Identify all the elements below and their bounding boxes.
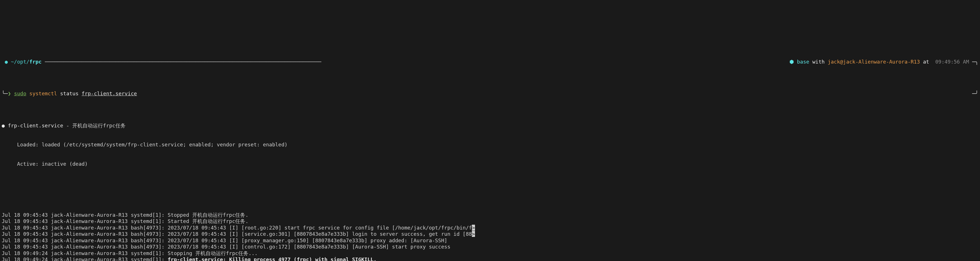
log-host: jack-Alienware-Aurora-R13: [51, 225, 127, 231]
status-description: 开机自动运行frpc任务: [72, 123, 125, 129]
log-process: systemd[1]:: [131, 250, 164, 256]
status-unit-line: ● frp-client.service - 开机自动运行frpc任务: [2, 123, 978, 129]
log-process: bash[4973]:: [131, 244, 164, 250]
corner-right-icon: ─╮: [972, 59, 978, 65]
bullet-icon: ●: [2, 123, 5, 129]
log-process: bash[4973]:: [131, 231, 164, 237]
loaded-value: loaded (/etc/systemd/system/frp-client.s…: [42, 142, 288, 148]
corner-bottom-left-icon: ╰─: [2, 91, 8, 97]
log-host: jack-Alienware-Aurora-R13: [51, 231, 127, 237]
log-timestamp: Jul 18 09:45:43: [2, 244, 48, 250]
spacer: [929, 59, 932, 65]
loaded-label: Loaded:: [17, 142, 38, 148]
log-msg: Started 开机自动运行frpc任务.: [168, 218, 248, 224]
log-host: jack-Alienware-Aurora-R13: [51, 237, 127, 243]
hexagon-icon: ⬢: [789, 59, 794, 65]
log-timestamp: Jul 18 09:45:43: [2, 237, 48, 243]
log-host: jack-Alienware-Aurora-R13: [51, 244, 127, 250]
spacer: [57, 91, 60, 97]
prompt-char-icon: ❯: [8, 91, 11, 97]
cmd-unit: frp-client.service: [82, 91, 137, 97]
truncation-icon: >: [472, 225, 475, 231]
at-label: at: [923, 59, 929, 65]
log-process: systemd[1]:: [131, 218, 164, 224]
log-process: bash[4973]:: [131, 225, 164, 231]
spacer: [8, 59, 11, 65]
spacer: [11, 91, 14, 97]
spacer: [920, 59, 923, 65]
log-line: Jul 18 09:45:43 jack-Alienware-Aurora-R1…: [2, 231, 978, 237]
log-line: Jul 18 09:45:43 jack-Alienware-Aurora-R1…: [2, 225, 978, 231]
log-host: jack-Alienware-Aurora-R13: [51, 218, 127, 224]
command-line[interactable]: ╰─ ❯ sudo systemctl status frp-client.se…: [2, 91, 978, 97]
log-msg: Stopping 开机自动运行frpc任务...: [168, 250, 258, 256]
log-process: systemd[1]:: [131, 212, 164, 218]
truncation-icon: >: [472, 231, 475, 237]
log-process: bash[4973]:: [131, 237, 164, 243]
spacer: [932, 59, 935, 65]
status-loaded-line: Loaded: loaded (/etc/systemd/system/frp-…: [2, 142, 978, 148]
blank-line: [2, 180, 978, 186]
log-line: Jul 18 09:49:24 jack-Alienware-Aurora-R1…: [2, 256, 978, 261]
cmd-systemctl: systemctl: [30, 91, 57, 97]
log-host: jack-Alienware-Aurora-R13: [51, 256, 127, 261]
horizontal-rule: ────────────────────────────────────────…: [45, 59, 786, 65]
spacer: [809, 59, 812, 65]
cmd-sudo: sudo: [14, 91, 26, 97]
log-msg: 2023/07/18 09:45:43 [I] [service.go:301]…: [168, 231, 472, 237]
cmd-status: status: [60, 91, 78, 97]
log-line: Jul 18 09:49:24 jack-Alienware-Aurora-R1…: [2, 250, 978, 257]
log-timestamp: Jul 18 09:45:43: [2, 231, 48, 237]
log-msg: 2023/07/18 09:45:43 [I] [root.go:220] st…: [168, 225, 472, 231]
cwd-path: ~/opt/: [11, 59, 30, 65]
spacer: [825, 59, 828, 65]
dash: -: [66, 123, 70, 129]
with-label: with: [812, 59, 825, 65]
log-line: Jul 18 09:45:43 jack-Alienware-Aurora-R1…: [2, 218, 978, 225]
prompt-header-top: ● ~/opt/frpc ───────────────────────────…: [2, 59, 978, 65]
log-host: jack-Alienware-Aurora-R13: [51, 250, 127, 256]
spacer: [2, 59, 5, 65]
spacer: [794, 59, 797, 65]
spacer: [78, 91, 82, 97]
status-active-line: Active: inactive (dead): [2, 161, 978, 167]
active-value: inactive (dead): [42, 161, 88, 167]
log-timestamp: Jul 18 09:49:24: [2, 256, 48, 261]
conda-env: base: [797, 59, 809, 65]
status-unit: frp-client.service: [8, 123, 63, 129]
spacer: [26, 91, 30, 97]
log-timestamp: Jul 18 09:45:43: [2, 212, 48, 218]
log-timestamp: Jul 18 09:45:43: [2, 225, 48, 231]
log-timestamp: Jul 18 09:49:24: [2, 250, 48, 256]
log-msg: Stopped 开机自动运行frpc任务.: [168, 212, 248, 218]
log-msg: 2023/07/18 09:45:43 [I] [control.go:172]…: [168, 244, 450, 250]
log-host: jack-Alienware-Aurora-R13: [51, 212, 127, 218]
clock-time: 09:49:56 AM: [935, 59, 969, 65]
log-line: Jul 18 09:45:43 jack-Alienware-Aurora-R1…: [2, 237, 978, 244]
log-line: Jul 18 09:45:43 jack-Alienware-Aurora-R1…: [2, 212, 978, 218]
dot-icon: ●: [5, 59, 8, 65]
log-output[interactable]: Jul 18 09:45:43 jack-Alienware-Aurora-R1…: [2, 212, 978, 261]
corner-bottom-right-icon: ─╯: [972, 91, 978, 97]
log-msg: frp-client.service: Killing process 4977…: [168, 256, 377, 261]
spacer: [786, 59, 789, 65]
spacer: [42, 59, 45, 65]
log-msg: 2023/07/18 09:45:43 [I] [proxy_manager.g…: [168, 237, 447, 243]
active-label: Active:: [17, 161, 38, 167]
cwd-leaf: frpc: [30, 59, 42, 65]
log-line: Jul 18 09:45:43 jack-Alienware-Aurora-R1…: [2, 244, 978, 250]
terminal-window[interactable]: ● ~/opt/frpc ───────────────────────────…: [0, 32, 980, 261]
log-process: systemd[1]:: [131, 256, 164, 261]
spacer: [969, 59, 972, 65]
user-host: jack@jack-Alienware-Aurora-R13: [828, 59, 920, 65]
log-timestamp: Jul 18 09:45:43: [2, 218, 48, 224]
